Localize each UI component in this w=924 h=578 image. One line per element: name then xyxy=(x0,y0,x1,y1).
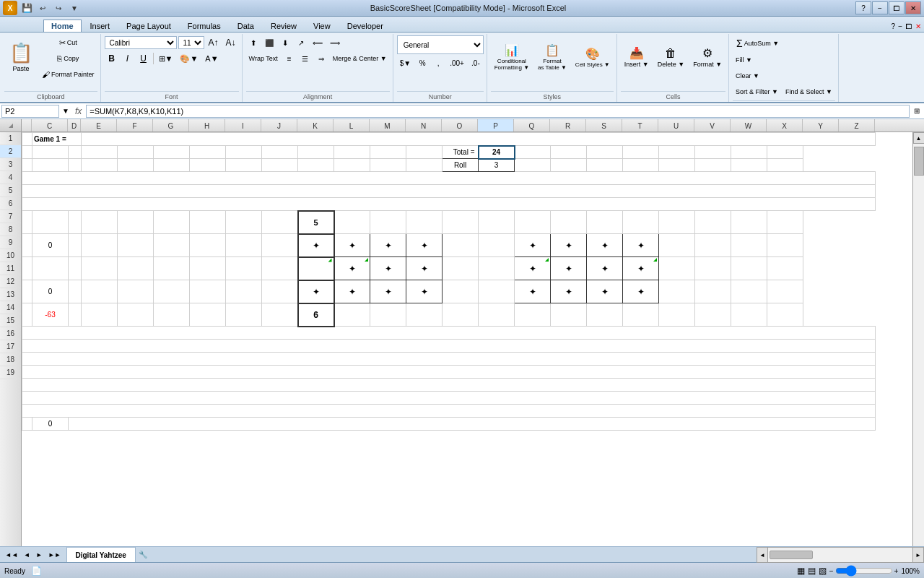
formula-expand-button[interactable]: ▼ xyxy=(61,107,71,115)
sheet-nav-last[interactable]: ►► xyxy=(46,551,64,559)
name-box[interactable]: P2 xyxy=(1,105,59,118)
cell-X8[interactable] xyxy=(767,234,803,257)
sort-filter-button[interactable]: Sort & Filter ▼ xyxy=(733,85,781,99)
tab-insert[interactable]: Insert xyxy=(82,20,118,32)
close-button[interactable]: ✕ xyxy=(905,1,921,14)
cell-P11[interactable] xyxy=(479,303,515,327)
percent-button[interactable]: % xyxy=(415,56,430,70)
col-header-empty[interactable] xyxy=(22,119,32,132)
cell-W8[interactable] xyxy=(731,234,767,257)
scroll-thumb[interactable] xyxy=(914,147,924,176)
cell-T9[interactable]: ✦ xyxy=(623,257,659,280)
cell-S7[interactable] xyxy=(587,211,623,234)
cell-S8[interactable]: ✦ xyxy=(587,234,623,257)
cell-T11[interactable] xyxy=(623,303,659,327)
cell-O8-gap[interactable] xyxy=(443,234,479,257)
cell-V3[interactable] xyxy=(695,159,731,172)
cell-E7[interactable] xyxy=(82,211,118,234)
cell-K11-dice[interactable]: 6 xyxy=(298,303,334,327)
row-num-15[interactable]: 15 xyxy=(0,314,21,327)
cell-S10[interactable]: ✦ xyxy=(587,280,623,303)
cell-L2[interactable] xyxy=(334,146,370,159)
align-center-button[interactable]: ☰ xyxy=(298,51,313,66)
cell-I10[interactable] xyxy=(226,280,262,303)
cell-Q3[interactable] xyxy=(515,159,551,172)
ribbon-close-icon[interactable]: ✕ xyxy=(915,22,921,30)
cell-C11[interactable]: -63 xyxy=(32,303,69,327)
cell-U3[interactable] xyxy=(659,159,695,172)
cell-J11[interactable] xyxy=(262,303,298,327)
cell-H3[interactable] xyxy=(190,159,226,172)
col-header-Q[interactable]: Q xyxy=(514,119,550,132)
underline-button[interactable]: U xyxy=(136,51,151,66)
cell-E1[interactable] xyxy=(82,133,876,146)
fill-color-button[interactable]: 🎨▼ xyxy=(177,51,201,66)
cell-K9-dice[interactable] xyxy=(298,257,334,280)
row-num-2[interactable]: 2 xyxy=(0,145,21,158)
cell-L3[interactable] xyxy=(334,159,370,172)
align-bottom-button[interactable]: ⬇ xyxy=(278,35,292,50)
row-num-12[interactable]: 12 xyxy=(0,275,21,288)
indent-decrease-button[interactable]: ⟸ xyxy=(310,35,326,50)
cell-G2[interactable] xyxy=(154,146,190,159)
col-header-J[interactable]: J xyxy=(261,119,297,132)
cell-E3[interactable] xyxy=(82,159,118,172)
row-num-16[interactable]: 16 xyxy=(0,327,21,340)
cell-D7[interactable] xyxy=(69,211,82,234)
tab-home[interactable]: Home xyxy=(43,20,82,32)
font-size-select[interactable]: 11 xyxy=(178,36,204,49)
formula-expand-right[interactable]: ⊞ xyxy=(911,107,923,115)
col-header-D[interactable]: D xyxy=(68,119,81,132)
cell-D8[interactable] xyxy=(69,234,82,257)
cell-K3[interactable] xyxy=(298,159,334,172)
cell-V9[interactable] xyxy=(695,257,731,280)
align-right-button[interactable]: ⇒ xyxy=(314,51,328,66)
clear-button[interactable]: Clear ▼ xyxy=(733,69,762,83)
number-format-select[interactable]: General xyxy=(397,35,484,54)
zoom-increase-button[interactable]: + xyxy=(894,567,899,575)
h-scroll-left[interactable]: ◄ xyxy=(757,547,768,563)
cell-extra-2[interactable] xyxy=(22,146,32,159)
quick-access-save[interactable]: 💾 xyxy=(20,1,33,14)
cell-R8[interactable]: ✦ xyxy=(551,234,587,257)
cell-M7[interactable] xyxy=(370,211,406,234)
cell-C10[interactable]: 0 xyxy=(32,280,69,303)
cell-S2[interactable] xyxy=(587,146,623,159)
increase-font-button[interactable]: A↑ xyxy=(206,35,222,50)
cell-G3[interactable] xyxy=(154,159,190,172)
cell-R10[interactable]: ✦ xyxy=(551,280,587,303)
cell-J7[interactable] xyxy=(262,211,298,234)
format-painter-button[interactable]: 🖌 Format Painter xyxy=(39,67,97,82)
col-header-Z[interactable]: Z xyxy=(839,119,875,132)
row-num-11[interactable]: 11 xyxy=(0,262,21,275)
cell-Q9[interactable]: ✦ xyxy=(515,257,551,280)
col-header-E[interactable]: E xyxy=(81,119,117,132)
cell-W9[interactable] xyxy=(731,257,767,280)
orientation-button[interactable]: ↗ xyxy=(294,35,308,50)
cell-K2[interactable] xyxy=(298,146,334,159)
cell-R3[interactable] xyxy=(551,159,587,172)
format-as-table-button[interactable]: 📋 Formatas Table ▼ xyxy=(534,35,570,79)
sheet-nav-next[interactable]: ► xyxy=(34,551,45,559)
cell-T8[interactable]: ✦ xyxy=(623,234,659,257)
cell-C9[interactable] xyxy=(32,257,69,280)
insert-button[interactable]: 📥 Insert ▼ xyxy=(621,35,653,79)
cell-W2[interactable] xyxy=(731,146,767,159)
cell-J9[interactable] xyxy=(262,257,298,280)
tab-developer[interactable]: Developer xyxy=(339,20,391,32)
font-name-select[interactable]: Calibri xyxy=(105,36,177,49)
cell-C3[interactable] xyxy=(32,159,69,172)
comma-button[interactable]: , xyxy=(431,56,445,70)
formula-input[interactable]: =SUM(K7,K8,K9,K10,K11) xyxy=(86,105,910,118)
cell-E10[interactable] xyxy=(82,280,118,303)
cell-T2[interactable] xyxy=(623,146,659,159)
cell-F3[interactable] xyxy=(118,159,154,172)
quick-access-dropdown[interactable]: ▼ xyxy=(68,1,81,14)
cell-Q7[interactable] xyxy=(515,211,551,234)
row-num-8[interactable]: 8 xyxy=(0,223,21,236)
cell-C7[interactable] xyxy=(32,211,69,234)
cell-O11[interactable] xyxy=(443,303,479,327)
cell-D10[interactable] xyxy=(69,280,82,303)
col-header-K[interactable]: K xyxy=(297,119,334,132)
col-header-R[interactable]: R xyxy=(550,119,586,132)
